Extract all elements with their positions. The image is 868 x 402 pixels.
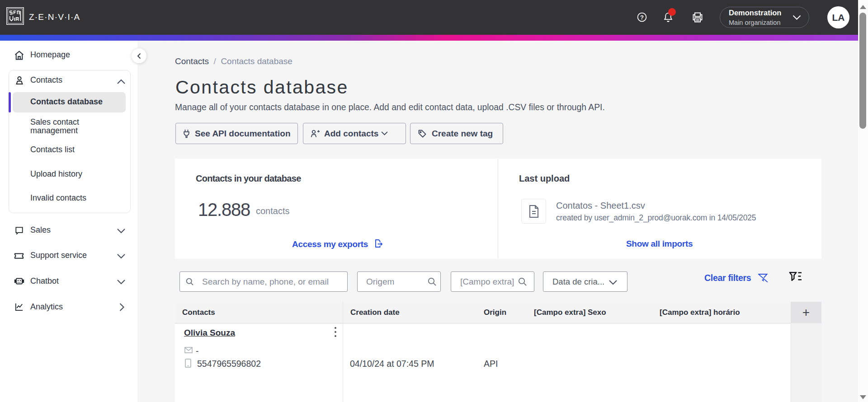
- svg-text:?: ?: [640, 14, 644, 21]
